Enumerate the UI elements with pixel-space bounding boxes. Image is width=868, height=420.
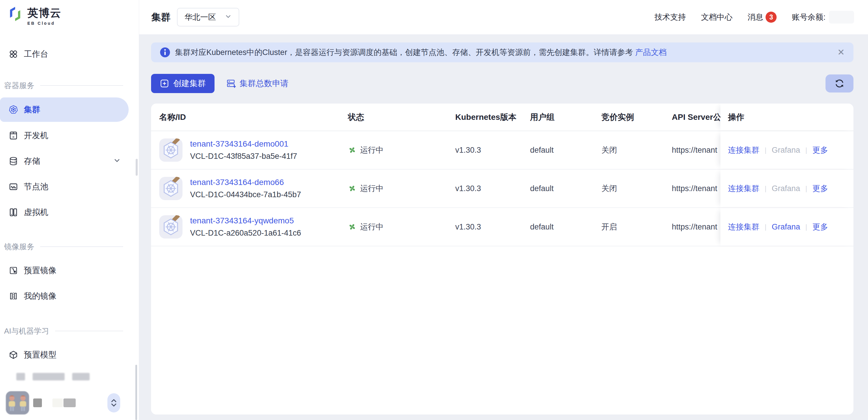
grafana-link[interactable]: Grafana (772, 223, 800, 231)
app-window: 英博云 EB Cloud 工作台 容器服务 (0, 0, 868, 420)
table-row: tenant-37343164-demo66 VCL-D1C-04434bce-… (151, 169, 854, 208)
k8s-version: v1.30.3 (455, 146, 530, 155)
avatar[interactable] (6, 391, 29, 415)
brand-name: 英博云 (27, 6, 61, 20)
cluster-name-link[interactable]: tenant-37343164-demo001 (190, 139, 297, 149)
sidebar-item-label: 节点池 (24, 181, 48, 192)
k8s-version: v1.30.3 (455, 184, 530, 193)
spot-instance-state: 关闭 (601, 183, 672, 194)
cluster-quota-request-link[interactable]: 集群总数申请 (226, 78, 288, 89)
sidebar-item-workbench[interactable]: 工作台 (0, 45, 139, 63)
user-group: default (530, 184, 601, 193)
sidebar-item-cluster[interactable]: 集群 (0, 97, 129, 122)
my-image-icon (9, 291, 18, 301)
sidebar-item-label: 集群 (24, 104, 40, 115)
sidebar-item-label: 预置镜像 (24, 265, 57, 276)
pinwheel-status-icon (348, 223, 356, 231)
info-icon (160, 47, 170, 58)
col-header-apiserver: API Server公网 (672, 112, 720, 123)
sidebar-item-my-images[interactable]: 我的镜像 (0, 283, 139, 309)
redacted-username-block (33, 398, 42, 407)
sidebar-item-label: 开发机 (24, 130, 48, 141)
spot-instance-state: 关闭 (601, 145, 672, 155)
cluster-id: VCL-D1C-a260a520-1a61-41c6 (190, 229, 301, 238)
messages-label: 消息 (747, 12, 763, 22)
sidebar-item-label: 工作台 (24, 49, 48, 60)
banner-text: 集群对应Kubernetes中的Cluster，是容器运行与资源调度的基础，创建… (175, 48, 633, 57)
refresh-button[interactable] (826, 74, 854, 93)
kubernetes-icon (9, 105, 18, 114)
redacted-text-block (63, 398, 76, 407)
sidebar-scrollbar-track[interactable] (135, 365, 137, 420)
spot-instance-state: 开启 (601, 222, 672, 232)
section-label: 容器服务 (4, 80, 34, 91)
sidebar-item-storage[interactable]: 存储 (0, 148, 139, 174)
connect-cluster-link[interactable]: 连接集群 (728, 145, 760, 155)
sidebar-item-vm[interactable]: 虚拟机 (0, 199, 139, 225)
preset-image-icon (9, 266, 18, 275)
grafana-link: Grafana (772, 146, 800, 155)
more-link[interactable]: 更多 (812, 145, 828, 155)
cluster-name-link[interactable]: tenant-37343164-demo66 (190, 178, 301, 187)
table-empty-space (151, 246, 854, 415)
user-area (0, 382, 139, 420)
cluster-table-card: 名称/ID 状态 Kubernetes版本 用户组 竞价实例 API Serve… (151, 103, 854, 415)
sidebar-scrollbar-thumb[interactable] (136, 159, 138, 176)
k8s-version: v1.30.3 (455, 223, 530, 231)
preset-model-icon (9, 350, 18, 359)
sidebar-item-devmachine[interactable]: 开发机 (0, 123, 139, 148)
pinwheel-status-icon (348, 184, 356, 193)
cluster-id: VCL-D1C-43f85a37-ba5e-41f7 (190, 152, 297, 161)
region-selector-value: 华北一区 (185, 12, 216, 22)
status-running: 运行中 (348, 183, 455, 194)
docs-link[interactable]: 文档中心 (701, 12, 732, 22)
sidebar-item-label: 我的镜像 (24, 291, 57, 302)
page-title: 集群 (151, 11, 170, 24)
grafana-link: Grafana (772, 184, 800, 193)
api-server-url: https://tenant (672, 184, 720, 193)
sidebar-item-preset-images[interactable]: 预置镜像 (0, 258, 139, 283)
content-area: 集群对应Kubernetes中的Cluster，是容器运行与资源调度的基础，创建… (139, 34, 868, 420)
connect-cluster-link[interactable]: 连接集群 (728, 222, 760, 232)
redacted-text-block (52, 398, 63, 407)
toolbar: 创建集群 集群总数申请 (151, 74, 854, 93)
topbar: 集群 华北一区 技术支持 文档中心 消息 3 账号余额: (139, 0, 868, 34)
more-link[interactable]: 更多 (812, 222, 828, 232)
balance-label: 账号余额: (792, 12, 826, 22)
col-header-usergroup: 用户组 (530, 112, 601, 123)
messages-link[interactable]: 消息 3 (747, 12, 777, 23)
sidebar-nav: 工作台 容器服务 集群 (0, 45, 139, 381)
status-text: 运行中 (360, 222, 384, 232)
brand-logo[interactable]: 英博云 EB Cloud (0, 0, 139, 35)
message-count-badge: 3 (766, 12, 777, 23)
cluster-icon (159, 138, 183, 162)
sidebar-item-preset-models[interactable]: 预置模型 (0, 342, 139, 368)
user-group: default (530, 146, 601, 155)
cluster-id: VCL-D1C-04434bce-7a1b-45b7 (190, 190, 301, 199)
storage-icon (9, 157, 18, 166)
section-divider (55, 331, 123, 331)
plus-square-icon (160, 79, 169, 88)
connect-cluster-link[interactable]: 连接集群 (728, 183, 760, 194)
account-switcher-button[interactable] (107, 393, 120, 413)
pinwheel-status-icon (348, 146, 356, 155)
status-running: 运行中 (348, 222, 455, 232)
support-link[interactable]: 技术支持 (654, 12, 686, 22)
sidebar-section-image-services: 镜像服务 (0, 240, 139, 253)
create-cluster-button[interactable]: 创建集群 (151, 74, 215, 93)
sidebar-item-nodepool[interactable]: 节点池 (0, 174, 139, 199)
close-icon[interactable]: ✕ (837, 48, 845, 57)
server-plus-icon (226, 78, 236, 89)
table-row: tenant-37343164-yqwdemo5 VCL-D1C-a260a52… (151, 208, 854, 246)
brand-logo-icon (7, 6, 23, 24)
cluster-name-link[interactable]: tenant-37343164-yqwdemo5 (190, 216, 301, 225)
brand-subtitle: EB Cloud (27, 21, 61, 26)
banner-docs-link[interactable]: 产品文档 (635, 48, 666, 57)
col-header-name: 名称/ID (151, 112, 348, 123)
sidebar-section-container-services: 容器服务 (0, 79, 139, 92)
more-link[interactable]: 更多 (812, 183, 828, 194)
chevron-down-icon[interactable] (113, 157, 121, 166)
region-selector[interactable]: 华北一区 (177, 8, 239, 27)
api-server-url: https://tenant (672, 146, 720, 155)
sidebar: 英博云 EB Cloud 工作台 容器服务 (0, 0, 139, 420)
